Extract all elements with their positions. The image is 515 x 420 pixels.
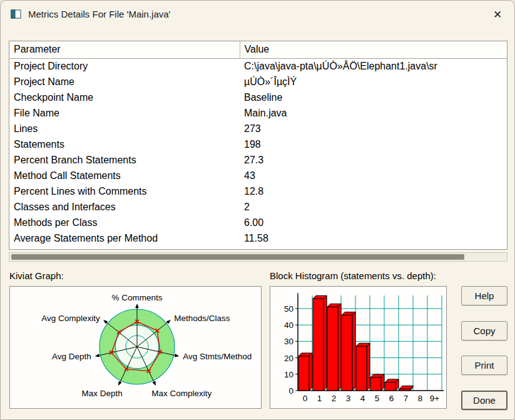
value-cell: Baseline [240, 90, 507, 105]
value-cell: 12.8 [240, 183, 507, 199]
svg-text:40: 40 [284, 320, 293, 330]
table-row[interactable]: Average Statements per Method11.58 [9, 230, 507, 246]
svg-text:0: 0 [288, 386, 293, 396]
svg-text:1: 1 [317, 394, 322, 403]
value-cell: µÚÒ»´ÎµçÌÝ [240, 74, 507, 90]
column-header-value[interactable]: Value [240, 41, 507, 58]
svg-text:Avg Depth: Avg Depth [52, 352, 91, 361]
value-cell: 2 [240, 199, 507, 215]
value-cell: C:\java\java-pta\µÚÒ»ÂÖ\Elephant1.java\s… [240, 58, 507, 74]
svg-text:4: 4 [360, 394, 365, 403]
svg-text:30: 30 [284, 337, 293, 346]
svg-text:Methods/Class: Methods/Class [174, 314, 230, 323]
block-histogram-label: Block Histogram (statements vs. depth): [270, 270, 436, 281]
kiviat-graph-label: Kiviat Graph: [9, 270, 64, 281]
svg-text:20: 20 [284, 354, 293, 363]
parameter-cell: Methods per Class [9, 215, 240, 230]
svg-text:5: 5 [375, 394, 380, 403]
table-header-row: Parameter Value [9, 41, 507, 58]
window-title: Metrics Details For File 'Main.java' [28, 9, 170, 19]
svg-text:3: 3 [346, 394, 351, 403]
scrollbar-thumb[interactable] [11, 254, 464, 260]
parameter-cell: Percent Branch Statements [9, 152, 240, 168]
table-row[interactable]: File NameMain.java [9, 105, 507, 121]
print-button[interactable]: Print [461, 356, 507, 375]
app-icon [11, 9, 21, 19]
svg-text:8: 8 [418, 394, 423, 403]
kiviat-graph-panel: % CommentsMethods/ClassAvg Stmts/MethodM… [9, 286, 262, 409]
table-row[interactable]: Method Call Statements43 [9, 168, 507, 183]
metrics-table: Parameter Value Project DirectoryC:\java… [9, 41, 507, 250]
table-row[interactable]: Classes and Interfaces2 [9, 199, 507, 215]
histogram-chart: 010203040500123456789+ [270, 287, 446, 408]
parameter-cell: Lines [9, 121, 240, 136]
svg-text:50: 50 [284, 304, 293, 314]
svg-text:10: 10 [284, 370, 293, 379]
value-cell: 273 [240, 121, 507, 136]
block-histogram-panel: 010203040500123456789+ [270, 286, 447, 409]
svg-text:Max Depth: Max Depth [81, 389, 122, 398]
table-row[interactable]: Project NameµÚÒ»´ÎµçÌÝ [9, 74, 507, 90]
parameter-cell: Checkpoint Name [9, 90, 240, 105]
value-cell: 6.00 [240, 215, 507, 230]
copy-button[interactable]: Copy [461, 321, 507, 341]
dialog-buttons: HelpCopyPrintDone [459, 286, 507, 410]
parameter-cell: Statements [9, 136, 240, 152]
metrics-dialog: Metrics Details For File 'Main.java' ✕ P… [0, 0, 515, 420]
table-row[interactable]: Percent Lines with Comments12.8 [9, 183, 507, 199]
svg-text:6: 6 [389, 394, 394, 403]
svg-text:Avg Stmts/Method: Avg Stmts/Method [183, 352, 252, 361]
parameter-cell: Project Directory [9, 58, 240, 74]
value-cell: 43 [240, 168, 507, 183]
close-button[interactable]: ✕ [489, 6, 506, 23]
value-cell: 198 [240, 136, 507, 152]
table-row[interactable]: Lines273 [9, 121, 507, 136]
done-button[interactable]: Done [461, 391, 507, 410]
svg-text:0: 0 [303, 394, 308, 403]
value-cell: 27.3 [240, 152, 507, 168]
kiviat-chart: % CommentsMethods/ClassAvg Stmts/MethodM… [10, 287, 261, 408]
help-button[interactable]: Help [461, 286, 507, 305]
parameter-cell: Average Statements per Method [9, 230, 240, 246]
horizontal-scrollbar[interactable] [9, 252, 507, 262]
table-row[interactable]: Project DirectoryC:\java\java-pta\µÚÒ»ÂÖ… [9, 58, 507, 74]
svg-text:7: 7 [404, 394, 409, 403]
table-row[interactable]: Methods per Class6.00 [9, 215, 507, 230]
svg-text:2: 2 [332, 394, 337, 403]
table-row[interactable]: Percent Branch Statements27.3 [9, 152, 507, 168]
parameter-cell: File Name [9, 105, 240, 121]
parameter-cell: Percent Lines with Comments [9, 183, 240, 199]
svg-text:9+: 9+ [430, 394, 440, 403]
column-header-parameter[interactable]: Parameter [9, 41, 240, 58]
table-row[interactable]: Statements198 [9, 136, 507, 152]
svg-text:% Comments: % Comments [111, 293, 162, 302]
title-bar: Metrics Details For File 'Main.java' ✕ [1, 1, 514, 27]
value-cell: 11.58 [240, 230, 507, 246]
value-cell: Main.java [240, 105, 507, 121]
parameter-cell: Classes and Interfaces [9, 199, 240, 215]
parameter-cell: Method Call Statements [9, 168, 240, 183]
parameter-cell: Project Name [9, 74, 240, 90]
svg-text:Avg Complexity: Avg Complexity [41, 314, 100, 323]
svg-text:Max Complexity: Max Complexity [151, 389, 212, 398]
table-row[interactable]: Checkpoint NameBaseline [9, 90, 507, 105]
